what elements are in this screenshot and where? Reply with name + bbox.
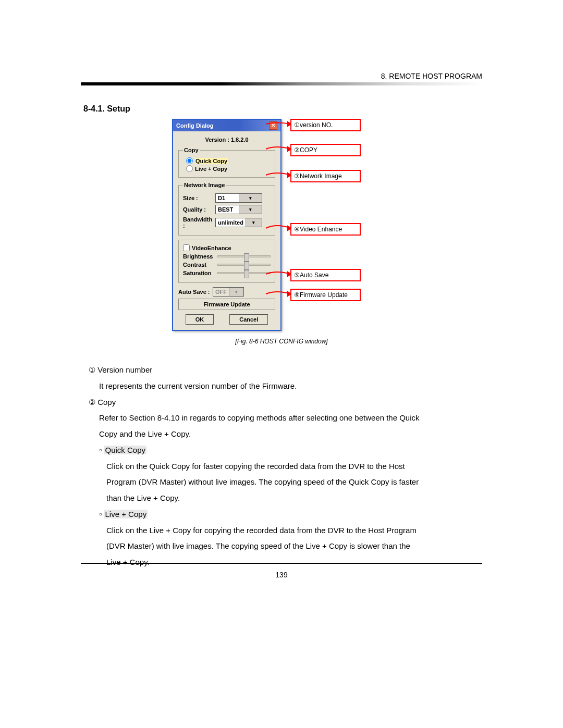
contrast-label: Contrast [183, 262, 215, 268]
quick-copy-label: Quick Copy [195, 158, 228, 164]
network-image-legend: Network Image [183, 182, 226, 188]
bullet-icon: ▫ [99, 446, 104, 454]
livecopy-heading: ▫ Live + Copy [89, 507, 480, 523]
item2-text-1: Refer to Section 8-4.10 in regards to co… [89, 410, 480, 426]
footer-rule [81, 563, 482, 564]
quick-copy-radio[interactable] [186, 157, 193, 164]
dialog-title: Config Dialog [176, 122, 214, 129]
close-icon[interactable]: ✕ [269, 121, 277, 130]
quickcopy-heading: ▫ Quick Copy [89, 442, 480, 459]
brightness-slider[interactable] [217, 255, 271, 257]
item1-text: It represents the current version number… [89, 378, 480, 394]
autosave-value: OFF [213, 289, 229, 295]
ok-button[interactable]: OK [186, 314, 214, 325]
saturation-slider[interactable] [217, 272, 271, 274]
item2-text-2: Copy and the Live + Copy. [89, 426, 480, 442]
bandwidth-value: unlimited [216, 219, 246, 226]
dialog-titlebar[interactable]: Config Dialog ✕ [173, 120, 280, 131]
version-label: Version : 1.8.2.0 [178, 137, 275, 143]
section-title: 8-4.1. Setup [83, 104, 130, 114]
callout-firmware: ⑥Firmware Update [290, 289, 361, 301]
item2-title: ② Copy [89, 394, 480, 411]
callout-network: ③Network Image [290, 170, 361, 182]
body-text: ① Version number It represents the curre… [89, 362, 480, 571]
page-number: 139 [81, 571, 482, 579]
figure-caption: [Fig. 8-6 HOST CONFIG window] [81, 338, 482, 345]
chapter-header: 8. REMOTE HOST PROGRAM [381, 72, 482, 80]
chevron-down-icon[interactable]: ▾ [246, 218, 262, 227]
network-image-group: Network Image Size : D1 ▾ Quality : BEST… [178, 182, 275, 236]
firmware-update-button[interactable]: Firmware Update [178, 299, 275, 310]
copy-group: Copy Quick Copy Live + Copy [178, 147, 275, 178]
bullet-icon: ▫ [99, 510, 104, 519]
live-copy-label: Live + Copy [195, 166, 227, 172]
config-dialog: Config Dialog ✕ Version : 1.8.2.0 Copy Q… [172, 119, 282, 331]
livecopy-l2: (DVR Master) with live images. The copyi… [89, 538, 480, 554]
quickcopy-label: Quick Copy [104, 446, 147, 454]
saturation-label: Saturation [183, 270, 215, 276]
bandwidth-combo[interactable]: unlimited ▾ [215, 218, 262, 227]
livecopy-l1: Click on the Live + Copy for copying the… [89, 523, 480, 539]
item1-title: ① Version number [89, 362, 480, 378]
chevron-down-icon[interactable]: ▾ [229, 288, 243, 296]
autosave-label: Auto Save : [178, 289, 213, 295]
livecopy-label: Live + Copy [104, 510, 148, 519]
bandwidth-label: Bandwidth : [183, 216, 215, 229]
callout-copy: ②COPY [290, 144, 361, 156]
live-copy-radio[interactable] [186, 165, 193, 172]
chevron-down-icon[interactable]: ▾ [239, 194, 262, 202]
contrast-slider[interactable] [217, 264, 271, 266]
size-label: Size : [183, 195, 215, 201]
brightness-label: Brightness [183, 253, 215, 260]
header-rule [81, 82, 482, 85]
video-enhance-group: VideoEnhance Brightness Contrast Saturat… [178, 240, 275, 283]
callout-enhance: ④Video Enhance [290, 223, 361, 236]
callout-version: ①version NO. [290, 119, 361, 131]
quality-combo[interactable]: BEST ▾ [215, 205, 262, 214]
size-combo[interactable]: D1 ▾ [215, 193, 262, 203]
cancel-button[interactable]: Cancel [229, 314, 268, 325]
copy-legend: Copy [183, 147, 200, 153]
callout-autosave: ⑤Auto Save [290, 269, 361, 281]
video-enhance-label: VideoEnhance [192, 245, 231, 251]
figure: Config Dialog ✕ Version : 1.8.2.0 Copy Q… [172, 119, 360, 331]
autosave-combo[interactable]: OFF ▾ [213, 287, 244, 297]
quickcopy-l2: Program (DVR Master) without live images… [89, 474, 480, 490]
quickcopy-l3: than the Live + Copy. [89, 490, 480, 507]
size-value: D1 [216, 195, 239, 201]
chevron-down-icon[interactable]: ▾ [239, 205, 262, 214]
quality-label: Quality : [183, 206, 215, 213]
quality-value: BEST [216, 206, 239, 213]
quickcopy-l1: Click on the Quick Copy for faster copyi… [89, 459, 480, 475]
video-enhance-checkbox[interactable] [183, 244, 190, 251]
